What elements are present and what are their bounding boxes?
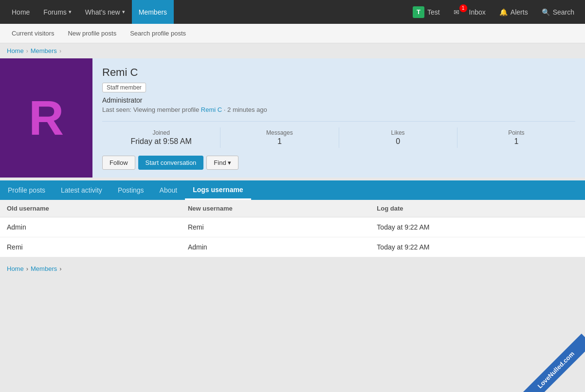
profile-lastseen: Last seen: Viewing member profile Remi C… [102,106,575,113]
start-conversation-button[interactable]: Start conversation [138,156,204,170]
nav-forums[interactable]: Forums ▾ [37,0,78,24]
follow-button[interactable]: Follow [102,156,135,170]
stat-points-value: 1 [462,137,570,146]
lastseen-prefix: Last seen: [102,106,131,113]
profile-avatar: R [0,58,92,178]
breadcrumb-sep-1: › [26,48,28,54]
stat-messages-value: 1 [225,137,333,146]
user-avatar: T [413,6,424,18]
whats-new-chevron-icon: ▾ [122,9,125,15]
bottom-sep-1: › [26,265,28,272]
breadcrumb-home[interactable]: Home [7,47,24,54]
profile-stats: Joined Friday at 9:58 AM Messages 1 Like… [102,121,575,148]
log-table-container: Old username New username Log date Admin… [0,200,585,257]
profile-name: Remi C [102,66,575,79]
avatar-letter: R [29,90,64,146]
search-profile-posts-tab[interactable]: Search profile posts [123,24,193,43]
inbox-badge: 1 [459,4,467,12]
top-navigation: Home Forums ▾ What's new ▾ Members T Tes… [0,0,585,24]
user-name: Test [427,8,440,16]
sub-navigation: Current visitors New profile posts Searc… [0,24,585,43]
log-table-body: AdminRemiToday at 9:22 AMRemiAdminToday … [0,217,585,257]
alerts-label: Alerts [511,8,528,16]
bottom-breadcrumb-home[interactable]: Home [7,265,24,272]
lastseen-dot: · [224,106,227,113]
breadcrumb-sep-2: › [59,48,61,54]
nav-left: Home Forums ▾ What's new ▾ Members [5,0,407,24]
nav-members[interactable]: Members [132,0,174,24]
stat-likes-value: 0 [344,137,452,146]
inbox-icon: ✉ [454,8,459,16]
search-button[interactable]: 🔍 Search [536,0,580,24]
profile-info: Remi C Staff member Administrator Last s… [92,58,585,178]
tab-latest-activity[interactable]: Latest activity [53,180,110,200]
cell-new_username: Admin [181,237,370,257]
bottom-breadcrumb-members[interactable]: Members [31,265,57,272]
cell-old_username: Remi [0,237,181,257]
tab-profile-posts[interactable]: Profile posts [0,180,53,200]
find-chevron-icon: ▾ [228,159,231,166]
user-menu[interactable]: T Test [407,0,446,24]
col-log-date: Log date [370,200,585,217]
breadcrumb-members[interactable]: Members [31,47,57,54]
bottom-breadcrumb: Home › Members › [0,257,585,280]
tabs-bar: Profile posts Latest activity Postings A… [0,180,585,200]
find-button[interactable]: Find ▾ [206,156,238,170]
breadcrumb: Home › Members › [0,43,585,58]
lastseen-action: Viewing member profile [133,106,201,113]
alerts-button[interactable]: 🔔 Alerts [494,0,534,24]
search-icon: 🔍 [542,8,550,16]
lastseen-time: 2 minutes ago [227,106,267,113]
table-row: AdminRemiToday at 9:22 AM [0,217,585,237]
table-row: RemiAdminToday at 9:22 AM [0,237,585,257]
col-new-username: New username [181,200,370,217]
stat-messages-label: Messages [225,129,333,136]
stat-likes-label: Likes [344,129,452,136]
nav-whats-new[interactable]: What's new ▾ [78,0,132,24]
stat-points: Points 1 [457,127,575,148]
nav-right: T Test ✉ 1 Inbox 🔔 Alerts 🔍 Search [407,0,580,24]
cell-old_username: Admin [0,217,181,237]
stat-joined: Joined Friday at 9:58 AM [102,127,220,148]
new-profile-posts-tab[interactable]: New profile posts [61,24,123,43]
stat-likes: Likes 0 [339,127,457,148]
table-header-row: Old username New username Log date [0,200,585,217]
bottom-sep-2: › [59,265,61,272]
cell-log_date: Today at 9:22 AM [370,217,585,237]
log-table: Old username New username Log date Admin… [0,200,585,257]
profile-actions: Follow Start conversation Find ▾ [102,156,575,170]
profile-card: R Remi C Staff member Administrator Last… [0,58,585,178]
stat-joined-label: Joined [107,129,215,136]
forums-chevron-icon: ▾ [69,9,72,15]
cell-new_username: Remi [181,217,370,237]
search-label: Search [553,8,574,16]
bell-icon: 🔔 [499,8,508,16]
stat-joined-value: Friday at 9:58 AM [107,137,215,146]
inbox-label: Inbox [469,8,486,16]
profile-role: Administrator [102,96,575,104]
nav-home[interactable]: Home [5,0,37,24]
tab-about[interactable]: About [152,180,185,200]
inbox-button[interactable]: ✉ 1 Inbox [448,0,492,24]
stat-points-label: Points [462,129,570,136]
stat-messages: Messages 1 [220,127,339,148]
lastseen-user-link[interactable]: Remi C [201,106,222,113]
col-old-username: Old username [0,200,181,217]
current-visitors-tab[interactable]: Current visitors [5,24,61,43]
cell-log_date: Today at 9:22 AM [370,237,585,257]
staff-badge: Staff member [102,83,146,92]
tab-postings[interactable]: Postings [110,180,152,200]
tab-logs-username[interactable]: Logs username [185,180,251,200]
